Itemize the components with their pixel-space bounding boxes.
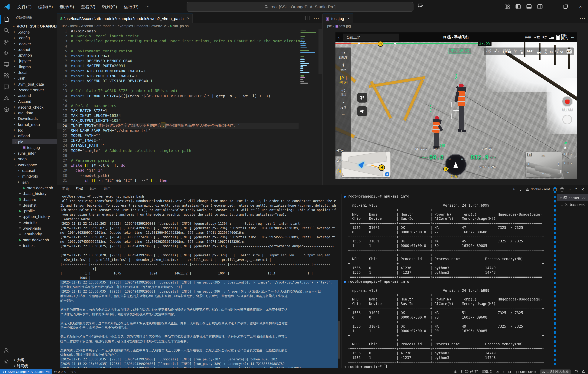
spotlight-button[interactable]: [357, 93, 367, 103]
zoom-status-icon[interactable]: [452, 370, 459, 374]
hud-more-icon[interactable]: ···: [571, 36, 574, 39]
activity-extensions-icon[interactable]: [0, 70, 12, 81]
close-button[interactable]: ×: [573, 0, 588, 14]
code-line-2[interactable]: 2# Qwen2-VL model launch script: [57, 33, 298, 38]
tree-item-kernel_meta[interactable]: ›kernel_meta: [12, 121, 57, 127]
record-button[interactable]: [562, 96, 573, 107]
tree-item-mindyolo[interactable]: ›mindyolo: [12, 173, 57, 179]
breadcrumb-item[interactable]: Ascend: [81, 23, 93, 28]
tree-item-.bash_history[interactable]: ≡.bash_history: [12, 191, 57, 196]
code-line-11[interactable]: 11export ASCEND_RT_VISIBLE_DEVICES=0,1: [57, 78, 298, 83]
breadcrumb-item[interactable]: atb-models: [96, 23, 114, 28]
shield-icon[interactable]: [573, 370, 580, 374]
tree-item-sahi[interactable]: ›sahi: [12, 179, 57, 185]
tree-item-.Xauthority[interactable]: ≡.Xauthority: [12, 231, 57, 237]
tab-close-icon[interactable]: ×: [187, 16, 189, 20]
terminal-session-bash[interactable]: ∟bashroot: [557, 201, 588, 208]
hud-tool-航线库[interactable]: ↬航线库: [339, 51, 348, 60]
outline-section[interactable]: ›大纲: [12, 357, 57, 363]
code-line-1[interactable]: 1#!/bin/bash: [57, 29, 298, 33]
code-line-13[interactable]: 13# Calculate TP_WORLD_SIZE (number of N…: [57, 88, 298, 93]
code-line-23[interactable]: 23INPUT_IMAGE="": [57, 138, 298, 143]
maximize-panel-icon[interactable]: ⌃: [574, 187, 578, 191]
chat-quota-status[interactable]: 已达到聊天配额: [538, 369, 573, 374]
editor-more-icon[interactable]: ···: [313, 15, 319, 21]
terminal-profile-dropdown-icon[interactable]: ⌄: [519, 187, 522, 191]
code-line-17[interactable]: 17MAX_BATCH_SIZE=1: [57, 108, 298, 113]
toggle-panel-icon[interactable]: [526, 4, 532, 10]
minimap[interactable]: [300, 29, 317, 185]
split-editor-icon[interactable]: [305, 16, 309, 20]
code-line-15[interactable]: 15: [57, 98, 298, 103]
menu-item[interactable]: ···: [142, 3, 153, 11]
panel-tab-端口[interactable]: 端口: [103, 185, 112, 193]
tree-item-test.txt[interactable]: ≡test.txt: [12, 243, 57, 248]
tree-item-snap[interactable]: ›snap: [12, 156, 57, 162]
tree-item-.docker[interactable]: ›.docker: [12, 41, 57, 47]
explorer-more-icon[interactable]: ···: [51, 16, 54, 20]
tab-close-icon[interactable]: ×: [347, 16, 350, 20]
code-line-21[interactable]: 21SHM_NAME_SAVE_PATH="./shm_name.txt": [57, 128, 298, 133]
breadcrumb-item[interactable]: usr: [62, 23, 67, 28]
breadcrumb-item[interactable]: examples: [118, 23, 133, 28]
kill-terminal-icon[interactable]: [560, 187, 564, 191]
tree-item-runs_infer[interactable]: ›runs_infer: [12, 150, 57, 156]
terminal-output-right[interactable]: ● root@orangepi:~# npu-smi info +-------…: [341, 194, 588, 368]
code-line-19[interactable]: 19MAX_OUTPUT_LENGTH=1024: [57, 118, 298, 123]
code-line-25[interactable]: 25MODE="single" # Added mode selection: …: [57, 148, 298, 153]
tree-item-pic[interactable]: ⌄pic: [12, 139, 57, 145]
breadcrumb-item[interactable]: qwen2_vl: [152, 23, 167, 28]
breadcrumb-item[interactable]: test.jpg: [339, 23, 351, 28]
menu-item[interactable]: 转到(G): [99, 3, 120, 11]
hud-tools-more[interactable]: ···: [342, 113, 345, 116]
activity-source-control-icon[interactable]: [0, 36, 12, 47]
breadcrumb-item[interactable]: models: [136, 23, 148, 28]
encoding[interactable]: UTF-8: [494, 370, 506, 374]
panel-more-icon[interactable]: ···: [567, 187, 571, 191]
pip-more[interactable]: ⋱ ▸: [564, 171, 569, 174]
code-line-18[interactable]: 18MAX_INPUT_LENGTH=16384: [57, 113, 298, 118]
tree-item-offload[interactable]: ›offload: [12, 133, 57, 139]
hud-tool-定速[interactable]: ◔定速: [341, 100, 346, 109]
restore-button[interactable]: [558, 0, 573, 14]
activity-chat-ai-icon[interactable]: [0, 81, 12, 93]
menu-item[interactable]: 文件(F): [14, 3, 34, 11]
notifications-bell-icon[interactable]: [580, 370, 588, 374]
tree-item-Ascend[interactable]: ›Ascend: [12, 98, 57, 104]
panel-tab-问题[interactable]: 问题: [61, 185, 70, 193]
hud-tool-跟踪[interactable]: ◎跟踪: [341, 88, 346, 97]
editor-more-icon[interactable]: ···: [579, 15, 585, 21]
toggle-secondary-sidebar-icon[interactable]: [537, 4, 543, 10]
hud-tool-AI识别[interactable]: [AI]AI识别: [339, 75, 347, 85]
activity-container-tool-icon[interactable]: [0, 104, 12, 115]
menu-item[interactable]: 选择(S): [57, 3, 77, 11]
ports-indicator[interactable]: 0: [68, 370, 78, 374]
eol[interactable]: LF: [506, 370, 514, 374]
tree-item-.ssh[interactable]: ›.ssh: [12, 75, 57, 81]
code-line-14[interactable]: 14export TP_WORLD_SIZE=$(($(echo "${ASCE…: [57, 93, 298, 98]
code-line-31[interactable]: 31 if [[ -n "$2" && "$2" != --* ]]; then: [57, 178, 298, 183]
breadcrumb-item[interactable]: local: [70, 23, 78, 28]
menu-item[interactable]: 运行(R): [121, 3, 142, 11]
chat-icon[interactable]: [418, 3, 424, 8]
tree-item-.cache[interactable]: ›.cache: [12, 29, 57, 35]
tree-item-.python_history[interactable]: ≡.python_history: [12, 214, 57, 220]
code-line-9[interactable]: 9export ATB_LLM_BENCHMARK_ENABLE=1: [57, 68, 298, 73]
menu-item[interactable]: 编辑(E): [35, 3, 56, 11]
tree-root[interactable]: ⌄ROOT [SSH: ORANGEPI-AI...: [12, 23, 57, 29]
menu-item[interactable]: 查看(V): [78, 3, 98, 11]
tree-item-start-docker.sh[interactable]: $start-docker.sh: [12, 237, 57, 243]
tree-item-.ipython[interactable]: ›.ipython: [12, 52, 57, 58]
activity-account-icon[interactable]: [0, 345, 12, 356]
panel-tab-终端[interactable]: 终端: [75, 185, 84, 193]
speaker-button[interactable]: [357, 106, 367, 116]
pip-zoom-out[interactable]: (-) ▸: [564, 161, 572, 165]
language-mode[interactable]: { }Shell Script: [514, 370, 538, 374]
code-line-16[interactable]: 16# Default parameters: [57, 103, 298, 108]
code-line-10[interactable]: 10export ATB_PROFILING_ENABLE=0: [57, 73, 298, 78]
activity-ai-assistant-icon[interactable]: [0, 93, 12, 104]
terminal-session-docker[interactable]: ⌐dockerroot: [557, 194, 588, 201]
code-line-6[interactable]: 6export BIND_CPU=1: [57, 53, 298, 58]
code-line-27[interactable]: 27# Parameter parsing: [57, 158, 298, 163]
tree-item-.dotnet[interactable]: ›.dotnet: [12, 46, 57, 52]
